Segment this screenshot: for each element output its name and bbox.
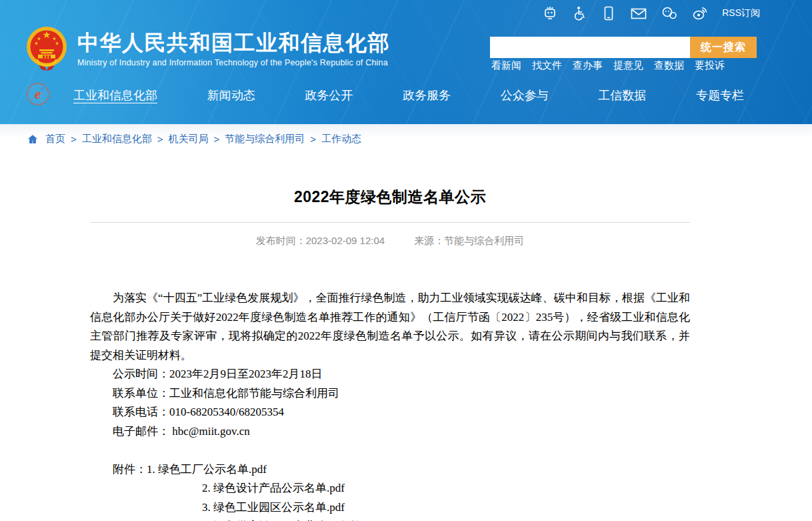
contact-phone-line: 联系电话：010-68205340/68205354 [90, 403, 690, 422]
weibo-icon[interactable] [691, 5, 709, 21]
rss-subscribe-link[interactable]: RSS订阅 [722, 7, 760, 19]
search-button[interactable]: 统一搜索 [690, 37, 757, 58]
breadcrumb-energy-dept[interactable]: 节能与综合利用司 [225, 133, 305, 145]
article-body: 为落实《“十四五”工业绿色发展规划》，全面推行绿色制造，助力工业领域实现碳达峰、… [90, 289, 690, 521]
quick-link-complaint[interactable]: 要投诉 [695, 59, 725, 72]
nav-item-miit-data[interactable]: 工信数据 [598, 87, 646, 103]
assistant-robot-icon[interactable] [542, 5, 558, 21]
attachment-row: 3. 绿色工业园区公示名单.pdf [90, 498, 690, 518]
national-emblem-icon [25, 25, 68, 72]
nav-item-miit[interactable]: 工业和信息化部 [73, 87, 157, 103]
page-title: 2022年度绿色制造名单公示 [90, 187, 690, 207]
quick-link-feedback[interactable]: 提意见 [613, 59, 643, 72]
breadcrumb-miit[interactable]: 工业和信息化部 [82, 133, 152, 145]
site-subtitle: Ministry of Industry and Information Tec… [77, 58, 390, 67]
mobile-icon[interactable] [601, 5, 617, 21]
miit-e-logo-icon: e [27, 83, 49, 105]
quick-link-documents[interactable]: 找文件 [532, 59, 562, 72]
attachment-row: 4. 绿色供应链管理企业公示名单.pdf [90, 517, 690, 521]
publish-time-label: 发布时间： [256, 235, 306, 246]
breadcrumb-departments[interactable]: 机关司局 [169, 133, 209, 145]
quick-link-services[interactable]: 查办事 [573, 59, 603, 72]
unified-search: 统一搜索 [490, 37, 757, 58]
article: 2022年度绿色制造名单公示 发布时间：2023-02-09 12:04 来源：… [90, 187, 690, 521]
site-title: 中华人民共和国工业和信息化部 [77, 30, 390, 55]
quick-link-news[interactable]: 看新闻 [491, 59, 521, 72]
title-divider [90, 222, 690, 223]
attachment-row: 附件：1. 绿色工厂公示名单.pdf [90, 460, 690, 480]
publicity-period-line: 公示时间：2023年2月9日至2023年2月18日 [90, 365, 690, 384]
main-nav: e 工业和信息化部 新闻动态 政务公开 政务服务 公众参与 工信数据 专题专栏 [0, 81, 812, 109]
attachment-link-green-factory[interactable]: 1. 绿色工厂公示名单.pdf [147, 463, 267, 476]
attachment-link-green-design-products[interactable]: 2. 绿色设计产品公示名单.pdf [202, 482, 345, 494]
source-value: 节能与综合利用司 [444, 235, 524, 246]
nav-item-public-participation[interactable]: 公众参与 [501, 87, 549, 103]
quick-link-data[interactable]: 查数据 [654, 59, 684, 72]
breadcrumb: 首页 > 工业和信息化部 > 机关司局 > 节能与综合利用司 > 工作动态 [27, 133, 361, 145]
wechat-icon[interactable] [661, 5, 678, 21]
lead-paragraph: 为落实《“十四五”工业绿色发展规划》，全面推行绿色制造，助力工业领域实现碳达峰、… [90, 289, 690, 365]
accessibility-icon[interactable] [571, 5, 587, 21]
mail-icon[interactable] [630, 5, 647, 21]
nav-item-gov-services[interactable]: 政务服务 [403, 87, 451, 103]
nav-item-special-topics[interactable]: 专题专栏 [696, 87, 744, 103]
topbar-icon-row: RSS订阅 [542, 5, 760, 21]
quick-links-row: 看新闻 找文件 查办事 提意见 查数据 要投诉 [491, 59, 725, 72]
contact-unit-line: 联系单位：工业和信息化部节能与综合利用司 [90, 384, 690, 404]
spacer [90, 441, 690, 460]
brand-link[interactable]: 中华人民共和国工业和信息化部 Ministry of Industry and … [25, 25, 390, 72]
nav-item-news[interactable]: 新闻动态 [207, 87, 255, 103]
attachments-label: 附件： [113, 463, 147, 476]
search-input[interactable] [490, 37, 690, 58]
nav-item-gov-disclosure[interactable]: 政务公开 [305, 87, 353, 103]
breadcrumb-bar: 首页 > 工业和信息化部 > 机关司局 > 节能与综合利用司 > 工作动态 [0, 124, 812, 153]
attachment-link-green-industrial-parks[interactable]: 3. 绿色工业园区公示名单.pdf [202, 501, 345, 514]
attachment-row: 2. 绿色设计产品公示名单.pdf [90, 479, 690, 498]
home-icon[interactable] [27, 133, 39, 145]
site-header: RSS订阅 中华 [0, 0, 812, 124]
breadcrumb-home[interactable]: 首页 [45, 133, 65, 145]
source-label: 来源： [414, 235, 444, 246]
contact-email-line: 电子邮件： hbc@miit.gov.cn [90, 422, 690, 442]
breadcrumb-work-dynamics[interactable]: 工作动态 [321, 133, 361, 145]
publish-time-value: 2023-02-09 12:04 [306, 235, 385, 246]
article-meta: 发布时间：2023-02-09 12:04 来源：节能与综合利用司 [90, 235, 690, 247]
